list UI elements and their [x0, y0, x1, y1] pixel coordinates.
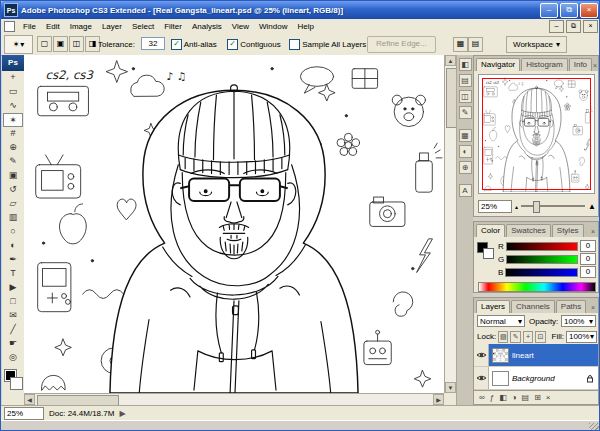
contiguous-checkbox[interactable]: ✓ Contiguous	[227, 39, 281, 50]
background-color-swatch[interactable]	[483, 248, 494, 259]
brush-tool[interactable]: ✎	[3, 155, 23, 169]
minimize-button[interactable]: –	[540, 3, 558, 18]
refine-edge-button[interactable]: Refine Edge...	[367, 36, 436, 53]
background-color-swatch[interactable]	[10, 377, 23, 390]
dock-panel-icon-7[interactable]: ⊕	[459, 161, 472, 174]
close-button[interactable]: ×	[580, 3, 598, 18]
sample-all-layers-checkbox[interactable]: Sample All Layers	[289, 39, 366, 50]
doc-restore-button[interactable]: ⧉	[566, 20, 581, 33]
visibility-toggle[interactable]	[474, 344, 489, 366]
lock-image-icon[interactable]: ✎	[510, 331, 520, 343]
magic-wand-tool[interactable]: ✶	[3, 113, 23, 127]
new-selection-mode-button[interactable]: ▢	[37, 36, 52, 52]
tab-channels[interactable]: Channels	[511, 300, 555, 313]
panel-close-icon[interactable]: ×	[591, 228, 595, 235]
type-tool[interactable]: T	[3, 267, 23, 281]
workspace-menu-button[interactable]: Workspace ▾	[506, 36, 567, 53]
healing-brush-tool[interactable]: ⊕	[3, 141, 23, 155]
navigator-zoom-slider[interactable]	[521, 205, 585, 207]
doc-close-button[interactable]: ×	[583, 20, 598, 33]
navigator-view-box[interactable]	[482, 78, 591, 190]
red-slider[interactable]	[506, 242, 578, 251]
layer-name[interactable]: lineart	[512, 351, 534, 360]
lasso-tool[interactable]: ∿	[3, 99, 23, 113]
tab-layers[interactable]: Layers	[476, 300, 510, 313]
layer-thumbnail[interactable]	[492, 348, 509, 363]
layer-thumbnail[interactable]	[492, 371, 509, 386]
opacity-field[interactable]: 100% ▾	[561, 315, 596, 327]
green-value-field[interactable]: 0	[580, 253, 596, 265]
eraser-tool[interactable]: ▱	[3, 197, 23, 211]
clone-stamp-tool[interactable]: ▣	[3, 169, 23, 183]
lock-transparency-icon[interactable]: ▨	[498, 331, 508, 343]
new-layer-icon[interactable]: ⊞	[534, 393, 541, 402]
add-mask-icon[interactable]: ◧	[499, 393, 507, 402]
adjustment-layer-icon[interactable]: ◑	[512, 393, 517, 402]
zoom-slider-thumb[interactable]	[533, 201, 540, 213]
visibility-toggle[interactable]	[474, 367, 489, 389]
menu-edit[interactable]: Edit	[41, 22, 65, 31]
color-panel-swatches[interactable]	[477, 242, 495, 260]
tab-color[interactable]: Color	[476, 224, 505, 237]
tab-histogram[interactable]: Histogram	[521, 58, 567, 71]
dock-panel-icon-3[interactable]: ◫	[459, 90, 472, 103]
history-brush-tool[interactable]: ↺	[3, 183, 23, 197]
shape-tool[interactable]: □	[3, 295, 23, 309]
menu-file[interactable]: File	[18, 22, 41, 31]
notes-tool[interactable]: ✉	[3, 309, 23, 323]
blue-value-field[interactable]: 0	[580, 266, 596, 278]
layer-group-icon[interactable]: ▤	[522, 393, 530, 402]
layer-name[interactable]: Background	[512, 374, 555, 383]
dodge-tool[interactable]: ◐	[3, 239, 23, 253]
gradient-tool[interactable]: ▥	[3, 211, 23, 225]
dock-panel-icon-2[interactable]: ▤	[459, 74, 472, 87]
scroll-left-arrow[interactable]: ◀	[24, 394, 35, 405]
delete-layer-icon[interactable]: ×	[546, 393, 551, 402]
scroll-down-arrow[interactable]: ▼	[445, 382, 456, 393]
document-canvas[interactable]: cs2, cs3 ♪ ♫	[24, 55, 444, 393]
eyedropper-tool[interactable]: ╱	[3, 323, 23, 337]
anti-alias-checkbox[interactable]: ✓ Anti-alias	[171, 39, 217, 50]
scroll-up-arrow[interactable]: ▲	[445, 55, 456, 66]
panel-close-icon[interactable]: ×	[591, 304, 595, 311]
navigator-preview[interactable]	[478, 74, 595, 194]
layer-row-lineart[interactable]: lineart	[474, 344, 598, 367]
color-spectrum-ramp[interactable]	[478, 282, 596, 292]
menu-select[interactable]: Select	[127, 22, 159, 31]
color-swatches[interactable]	[2, 367, 24, 391]
status-menu-arrow-icon[interactable]: ▶	[119, 409, 125, 418]
menu-help[interactable]: Help	[292, 22, 318, 31]
tab-info[interactable]: Info	[569, 58, 592, 71]
lock-position-icon[interactable]: +	[523, 331, 533, 343]
fill-field[interactable]: 100% ▾	[566, 331, 597, 343]
zoom-in-icon[interactable]: ▲	[588, 202, 596, 211]
horizontal-scrollbar[interactable]: ◀ ▶	[24, 393, 444, 405]
dock-panel-icon-8[interactable]: A	[459, 184, 472, 197]
subtract-selection-mode-button[interactable]: ◫	[69, 36, 84, 52]
layer-row-background[interactable]: Background	[474, 367, 598, 390]
restore-button[interactable]: ⧉	[560, 3, 578, 18]
navigator-zoom-field[interactable]: 25%	[478, 200, 512, 213]
path-selection-tool[interactable]: ▶	[3, 281, 23, 295]
blue-slider[interactable]	[505, 268, 578, 277]
red-value-field[interactable]: 0	[580, 240, 596, 252]
zoom-tool[interactable]: ◎	[3, 351, 23, 365]
dock-panel-icon-4[interactable]: ✎	[459, 106, 472, 119]
hand-tool[interactable]: ☛	[3, 337, 23, 351]
menu-filter[interactable]: Filter	[159, 22, 187, 31]
dock-panel-icon-6[interactable]: ◐	[459, 145, 472, 158]
move-tool[interactable]: +	[3, 71, 23, 85]
tab-paths[interactable]: Paths	[556, 300, 586, 313]
menu-image[interactable]: Image	[65, 22, 97, 31]
panel-close-icon[interactable]: ×	[593, 62, 597, 69]
menu-layer[interactable]: Layer	[97, 22, 127, 31]
tab-swatches[interactable]: Swatches	[506, 224, 551, 237]
rectangular-marquee-tool[interactable]: ▭	[3, 85, 23, 99]
blur-tool[interactable]: ○	[3, 225, 23, 239]
pen-tool[interactable]: ✒	[3, 253, 23, 267]
green-slider[interactable]	[506, 255, 578, 264]
add-selection-mode-button[interactable]: ▣	[53, 36, 68, 52]
tab-styles[interactable]: Styles	[552, 224, 584, 237]
crop-tool[interactable]: #	[3, 127, 23, 141]
menu-window[interactable]: Window	[254, 22, 292, 31]
